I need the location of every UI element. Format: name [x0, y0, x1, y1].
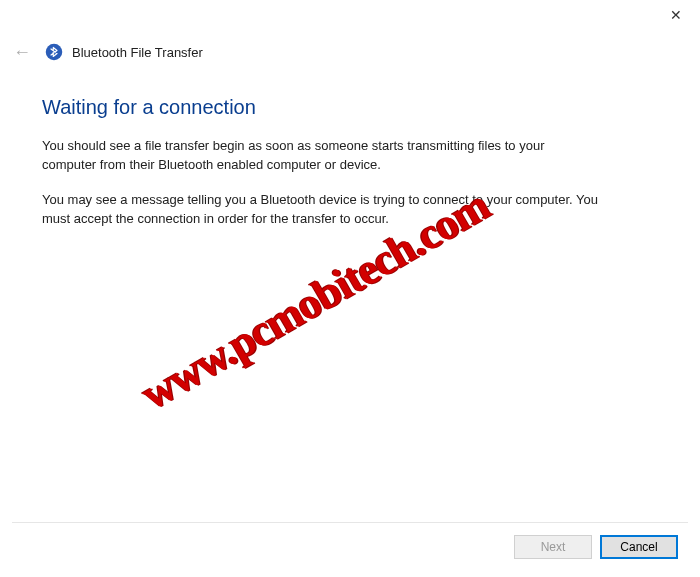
window-titlebar: ✕	[0, 0, 700, 30]
page-heading: Waiting for a connection	[42, 96, 658, 119]
wizard-button-bar: Next Cancel	[514, 535, 678, 559]
wizard-content: Waiting for a connection You should see …	[0, 66, 700, 228]
bluetooth-icon	[44, 42, 64, 62]
close-button[interactable]: ✕	[664, 3, 688, 27]
instruction-paragraph-1: You should see a file transfer begin as …	[42, 137, 602, 175]
back-arrow-icon: ←	[13, 42, 31, 63]
wizard-header: ← Bluetooth File Transfer	[0, 30, 700, 66]
footer-divider	[12, 522, 688, 523]
cancel-button[interactable]: Cancel	[600, 535, 678, 559]
instruction-paragraph-2: You may see a message telling you a Blue…	[42, 191, 602, 229]
next-button: Next	[514, 535, 592, 559]
back-button[interactable]: ←	[8, 38, 36, 66]
wizard-title: Bluetooth File Transfer	[72, 45, 203, 60]
